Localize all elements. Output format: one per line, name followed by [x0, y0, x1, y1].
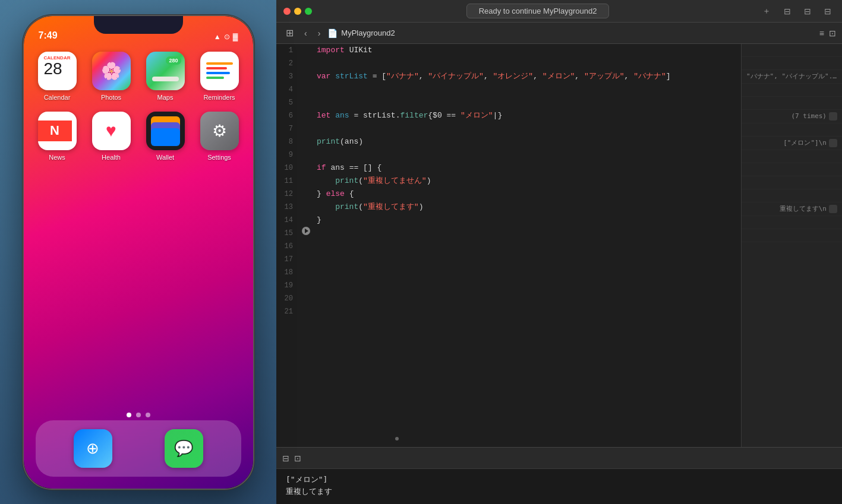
result-row-14 — [742, 216, 842, 229]
app-icon-news[interactable]: N News — [36, 112, 79, 161]
grid-view-button[interactable]: ⊞ — [282, 26, 297, 40]
line-content-12: } else { — [312, 188, 741, 201]
code-line-14: 14 } — [276, 214, 741, 227]
line-num-20: 20 — [276, 292, 300, 305]
line-num-11: 11 — [276, 175, 300, 188]
line-num-16: 16 — [276, 240, 300, 253]
result-text-13: 重複してます\n — [780, 202, 827, 215]
health-icon: ♥ — [92, 112, 131, 150]
toolbar-right: ≡ ⊡ — [819, 28, 836, 38]
wallet-label: Wallet — [156, 154, 174, 161]
app-icon-settings[interactable]: ⚙ Settings — [198, 112, 241, 161]
health-label: Health — [102, 154, 121, 161]
title-actions: ＋ ⊟ ⊟ ⊟ — [759, 5, 835, 18]
line-num-1: 1 — [276, 44, 300, 57]
window-title: Ready to continue MyPlayground2 — [466, 4, 610, 18]
line-content-13: print("重複してます") — [312, 201, 741, 214]
result-row-12 — [742, 189, 842, 202]
add-tab-button[interactable]: ＋ — [759, 5, 774, 18]
nav-back-button[interactable]: ‹ — [301, 27, 311, 39]
maps-badge: 280 — [166, 56, 181, 65]
dock-messages[interactable]: 💬 — [165, 429, 203, 468]
maps-icon: 280 — [146, 52, 185, 90]
code-line-2: 2 — [276, 57, 741, 70]
app-grid: Calendar 28 Calendar 🌸 Photos — [36, 52, 241, 161]
cursor-indicator — [395, 437, 399, 440]
safari-icon: ⊕ — [74, 429, 112, 468]
status-icons: ▲ ⊙ ▓ — [214, 33, 238, 41]
toolbar: ⊞ ‹ › 📄 MyPlayground2 ≡ ⊡ — [276, 23, 842, 44]
line-num-6: 6 — [276, 109, 300, 122]
nav-forward-button[interactable]: › — [314, 27, 324, 39]
layout-button[interactable]: ⊟ — [780, 5, 794, 17]
result-row-7 — [742, 123, 842, 137]
wifi-icon: ⊙ — [224, 33, 230, 41]
line-num-15: 15 — [276, 227, 300, 240]
app-icon-maps[interactable]: 280 Maps — [144, 52, 187, 101]
maps-road — [152, 77, 179, 81]
line-content-11: print("重複してません") — [312, 175, 741, 188]
console-line-2: 重複してます — [286, 486, 832, 497]
code-line-10: 10 if ans == [] { — [276, 161, 741, 175]
line-num-4: 4 — [276, 83, 300, 96]
signal-icon: ▲ — [214, 33, 221, 41]
news-label: News — [49, 154, 65, 161]
layout2-button[interactable]: ⊟ — [800, 5, 815, 17]
result-row-4 — [742, 84, 842, 97]
line-num-13: 13 — [276, 201, 300, 214]
dock: ⊕ 💬 — [36, 420, 241, 477]
app-icon-photos[interactable]: 🌸 Photos — [90, 52, 133, 101]
traffic-lights — [283, 8, 312, 15]
inspector-button[interactable]: ⊡ — [829, 28, 836, 38]
code-editor[interactable]: 1 import UIKit 2 3 var strList = ["バナナ",… — [276, 44, 741, 447]
line-num-5: 5 — [276, 96, 300, 109]
console-bar: ⊟ ⊡ — [276, 447, 842, 468]
app-icon-reminders[interactable]: Reminders — [198, 52, 241, 101]
line-num-9: 9 — [276, 148, 300, 161]
code-line-18: 18 — [276, 266, 741, 279]
maps-label: Maps — [157, 94, 174, 101]
result-row-10 — [742, 163, 842, 176]
console-area: ["メロン"] 重複してます — [276, 468, 842, 504]
line-run-15[interactable] — [300, 227, 312, 235]
result-text-8: ["メロン"]\n — [783, 137, 827, 150]
console-line-1: ["メロン"] — [286, 474, 832, 486]
app-icon-calendar[interactable]: Calendar 28 Calendar — [36, 52, 79, 101]
battery-icon: ▓ — [233, 33, 238, 41]
code-line-16: 16 — [276, 240, 741, 253]
line-num-14: 14 — [276, 214, 300, 227]
console-collapse-button[interactable]: ⊡ — [294, 454, 301, 463]
line-content-10: if ans == [] { — [312, 161, 741, 175]
result-row-3: "バナナ", "パイナップル"... — [742, 70, 842, 84]
line-content-14: } — [312, 214, 741, 227]
app-icon-wallet[interactable]: Wallet — [144, 112, 187, 161]
line-content-6: let ans = strList.filter{$0 == "メロン"|} — [312, 109, 741, 122]
line-num-18: 18 — [276, 266, 300, 279]
iphone-simulator: 7:49 ▲ ⊙ ▓ Calendar 28 Cal — [0, 0, 276, 504]
code-line-21: 21 — [276, 305, 741, 318]
reminders-icon — [200, 52, 239, 90]
code-line-1: 1 import UIKit — [276, 44, 741, 57]
calendar-icon: Calendar 28 — [38, 52, 77, 90]
result-row-15 — [742, 229, 842, 242]
console-expand-button[interactable]: ⊟ — [282, 454, 289, 463]
layout3-button[interactable]: ⊟ — [821, 5, 835, 17]
code-line-17: 17 — [276, 253, 741, 266]
page-dots — [24, 413, 253, 417]
results-sidebar: "バナナ", "パイナップル"... (7 times) ["メロン"]\n — [741, 44, 842, 447]
line-content-1: import UIKit — [312, 44, 741, 57]
close-button[interactable] — [283, 8, 291, 15]
format-button[interactable]: ≡ — [819, 28, 824, 38]
minimize-button[interactable] — [294, 8, 301, 15]
run-button[interactable] — [302, 227, 310, 235]
line-content-3: var strList = ["バナナ", "パイナップル", "オレンジ", … — [312, 70, 741, 83]
settings-icon: ⚙ — [200, 112, 239, 150]
result-row-9 — [742, 150, 842, 163]
dock-safari[interactable]: ⊕ — [74, 429, 112, 468]
code-line-9: 9 — [276, 148, 741, 161]
fullscreen-button[interactable] — [305, 8, 312, 15]
result-text-6: (7 times) — [791, 110, 827, 123]
line-num-2: 2 — [276, 57, 300, 70]
line-num-8: 8 — [276, 135, 300, 148]
app-icon-health[interactable]: ♥ Health — [90, 112, 133, 161]
